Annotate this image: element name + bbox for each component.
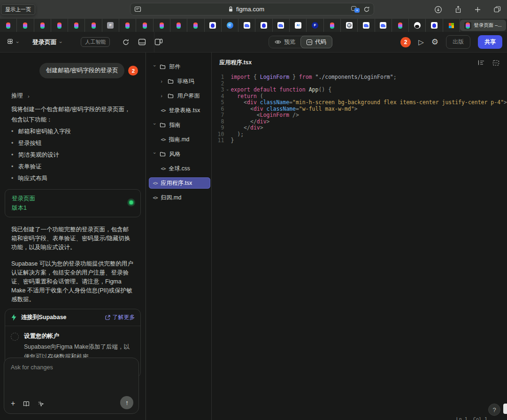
- browser-tab-baidu[interactable]: [426, 19, 443, 32]
- code-editor-panel[interactable]: 应用程序.tsx 1import { LoginForm } from "./c…: [212, 53, 507, 420]
- tree-item-全球.css[interactable]: <>全球.css: [149, 163, 210, 174]
- refresh-icon[interactable]: [122, 38, 130, 46]
- browser-tab-whale[interactable]: [238, 19, 255, 32]
- project-chevron-icon[interactable]: ›: [58, 41, 64, 43]
- project-title[interactable]: 登录页面: [32, 38, 57, 46]
- browser-tab-f-gray[interactable]: F: [102, 19, 119, 32]
- browser-tab-figma[interactable]: [51, 19, 68, 32]
- figma-menu-icon[interactable]: [7, 38, 14, 46]
- downloads-icon[interactable]: [434, 6, 442, 14]
- tree-item-用户界面[interactable]: ›用户界面: [149, 90, 210, 101]
- message-count-badge[interactable]: 2: [128, 66, 138, 76]
- browser-tab-figma[interactable]: [136, 19, 153, 32]
- feature-item: •邮箱和密码输入字段: [11, 127, 134, 136]
- tree-item-登录表格.tsx[interactable]: <>登录表格.tsx: [149, 105, 210, 116]
- code-content[interactable]: 1import { LoginForm } from "./components…: [212, 74, 507, 144]
- gear-icon[interactable]: ⚙: [431, 37, 438, 47]
- learn-more-link[interactable]: 了解更多: [105, 313, 135, 321]
- browser-tab-cursor[interactable]: C: [222, 19, 238, 32]
- tree-item-部件[interactable]: ›部件: [149, 61, 210, 72]
- translate-icon[interactable]: ✦: [351, 6, 360, 13]
- browser-tab-ms[interactable]: [443, 19, 460, 32]
- tree-item-label: 指南: [169, 121, 180, 129]
- code-file-icon: <>: [161, 137, 165, 142]
- chevron-down-icon[interactable]: ›: [152, 152, 157, 156]
- browser-tab-figma[interactable]: [119, 19, 136, 32]
- figma-menu-chevron-icon[interactable]: ›: [15, 41, 21, 43]
- browser-tab-figma[interactable]: [170, 19, 187, 32]
- code-line: 4 return (: [212, 93, 507, 100]
- ai-mode-badge: 人工智能: [81, 37, 110, 47]
- new-tab-icon[interactable]: [474, 6, 481, 13]
- browser-tab-figma[interactable]: [154, 19, 170, 32]
- view-mode-toggle: 预览 <> 代码: [269, 36, 332, 48]
- supabase-note: Supabase 可以为您的登录功能提供完整的用户认证解决方案，包括安全的用户注…: [11, 260, 134, 304]
- tree-item-指南[interactable]: ›指南: [149, 119, 210, 130]
- feature-item: •响应式布局: [11, 174, 134, 183]
- publish-button[interactable]: 出版: [446, 35, 470, 49]
- word-wrap-icon[interactable]: [478, 60, 485, 66]
- browser-tab-whale[interactable]: [273, 19, 290, 32]
- address-bar[interactable]: figma.com ✦: [130, 3, 374, 15]
- feature-item: •登录按钮: [11, 138, 134, 148]
- share-button[interactable]: 共享: [478, 35, 502, 49]
- browser-tab-figma[interactable]: [0, 19, 17, 32]
- figma-favicon: [464, 22, 471, 29]
- chat-input[interactable]: Ask for changes + ↑: [4, 358, 139, 414]
- browser-tab-figma[interactable]: [187, 19, 204, 32]
- chevron-right-icon[interactable]: ›: [161, 93, 164, 99]
- code-label: 代码: [315, 38, 326, 46]
- open-file-name: 应用程序.tsx: [219, 59, 478, 67]
- chevron-down-icon[interactable]: ›: [152, 65, 157, 69]
- browser-tab-figma[interactable]: [324, 19, 341, 32]
- play-icon[interactable]: ▷: [418, 38, 424, 46]
- browser-tab-figma[interactable]: [17, 19, 34, 32]
- reload-icon[interactable]: [363, 6, 370, 13]
- version-card[interactable]: 登录页面 版本1: [5, 189, 141, 217]
- history-icon[interactable]: [492, 60, 499, 66]
- reader-icon[interactable]: [134, 6, 141, 13]
- layout-panel-icon[interactable]: [154, 38, 163, 46]
- tree-item-风格[interactable]: ›风格: [149, 148, 210, 160]
- preview-tab[interactable]: 预览: [269, 36, 301, 48]
- reasoning-toggle[interactable]: 推理 ›: [11, 92, 146, 100]
- notification-badge[interactable]: 2: [400, 37, 411, 47]
- console-panel-icon[interactable]: [138, 38, 146, 46]
- share-icon[interactable]: [454, 6, 462, 14]
- tree-item-归因.md[interactable]: <>归因.md: [149, 192, 210, 203]
- guidelines-book-icon[interactable]: [23, 401, 30, 407]
- browser-tab-whale[interactable]: [375, 19, 392, 32]
- active-browser-tab[interactable]: 登录页面 –...: [460, 20, 506, 31]
- browser-tab-figma[interactable]: [68, 19, 85, 32]
- send-button[interactable]: ↑: [120, 396, 133, 409]
- active-tab-label: 登录页面 –...: [474, 22, 502, 29]
- attach-plus-icon[interactable]: +: [11, 399, 15, 408]
- chevron-right-icon[interactable]: ›: [161, 79, 164, 84]
- browser-tab-ai[interactable]: AI: [290, 19, 307, 32]
- tab-overview-icon[interactable]: [493, 6, 501, 13]
- browser-tab-f-blue[interactable]: F: [307, 19, 323, 32]
- code-line: 10 );: [212, 131, 507, 138]
- browser-tab-figma[interactable]: [85, 19, 102, 32]
- reasoning-label: 推理: [11, 92, 23, 100]
- browser-tab-figma[interactable]: [34, 19, 51, 32]
- tree-item-菲格玛[interactable]: ›菲格玛: [149, 76, 210, 87]
- learn-more-label: 了解更多: [112, 313, 135, 321]
- tree-item-应用程序.tsx[interactable]: <>应用程序.tsx: [149, 177, 210, 189]
- browser-tab-baidu[interactable]: [255, 19, 272, 32]
- browser-tab-panda[interactable]: [409, 19, 426, 32]
- help-button[interactable]: ?: [488, 404, 500, 416]
- point-edit-icon[interactable]: [38, 400, 45, 407]
- browser-tab-baidu[interactable]: [205, 19, 222, 32]
- browser-chrome: 显示上一页 ➤ figma.com ✦: [0, 0, 507, 19]
- browser-tab-w[interactable]: W: [341, 19, 358, 32]
- tree-item-label: 全球.css: [169, 165, 190, 173]
- chevron-down-icon[interactable]: ›: [152, 123, 157, 127]
- url-text[interactable]: figma.com: [236, 6, 264, 13]
- browser-tab-whale[interactable]: [358, 19, 375, 32]
- code-tab[interactable]: <> 代码: [300, 36, 332, 48]
- tree-item-指南.md[interactable]: <>指南.md: [149, 134, 210, 145]
- browser-tab-figma[interactable]: [392, 19, 409, 32]
- tree-item-label: 应用程序.tsx: [161, 179, 192, 187]
- step-checkbox-icon[interactable]: [11, 333, 19, 341]
